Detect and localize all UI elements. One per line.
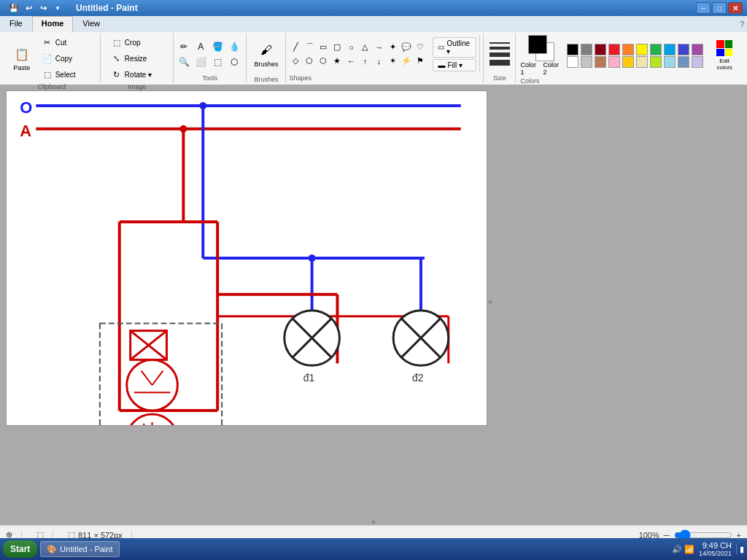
save-button[interactable]: 💾 [7, 1, 20, 15]
crop-button[interactable]: ⬚ Crop [108, 35, 166, 50]
rotate-button[interactable]: ↻ Rotate ▾ [108, 67, 166, 82]
eraser-tool[interactable]: ⬜ [193, 55, 208, 69]
color-swatch-13[interactable] [608, 56, 620, 68]
line-shape[interactable]: ╱ [289, 41, 302, 54]
size-1[interactable] [489, 42, 510, 44]
color-swatch-4[interactable] [622, 44, 634, 55]
quick-access-dropdown[interactable]: ▼ [51, 1, 64, 15]
clipboard-group: 📋 Paste ✂ Cut 📄 Copy ⬚ Select Clipboard [3, 34, 101, 83]
heart-shape[interactable]: ♡ [414, 41, 427, 54]
maximize-button[interactable]: □ [712, 2, 727, 14]
color-swatch-3[interactable] [608, 44, 620, 55]
hexagon-shape[interactable]: ⬡ [317, 55, 330, 68]
lightning-shape[interactable]: ⚡ [400, 55, 413, 68]
select-free-tool[interactable]: ⬡ [227, 55, 241, 69]
color-swatch-7[interactable] [664, 44, 676, 55]
callout-shape[interactable]: 💬 [400, 41, 413, 54]
color1-selector[interactable]: Color 1 Color 2 [520, 35, 562, 76]
color-swatch-19[interactable] [692, 56, 703, 68]
star5-shape[interactable]: ★ [330, 55, 344, 68]
fourtriangle-shape[interactable]: ✶ [386, 55, 399, 68]
color-swatch-5[interactable] [636, 44, 648, 55]
flag-shape[interactable]: ⚑ [414, 55, 427, 68]
leftarrow-shape[interactable]: ← [344, 55, 357, 68]
image-label: Image [128, 82, 146, 90]
paint-canvas[interactable]: O A [6, 90, 487, 426]
help-icon[interactable]: ? [740, 20, 744, 28]
dot-o-line [199, 102, 206, 109]
star4-shape[interactable]: ✦ [386, 41, 399, 54]
outline-button[interactable]: ▭ Outline ▾ [433, 37, 476, 58]
eyedropper-tool[interactable]: 💧 [227, 39, 241, 54]
cut-button[interactable]: ✂ Cut [39, 35, 97, 50]
diamond-shape[interactable]: ◇ [289, 55, 302, 68]
dot-a-line [179, 125, 187, 133]
uparrow-shape[interactable]: ↑ [358, 55, 371, 68]
shapes-label: Shapes [289, 73, 480, 82]
date-display: 14/05/2021 [699, 550, 732, 557]
color-swatch-8[interactable] [678, 44, 689, 55]
magnifier-tool[interactable]: 🔍 [177, 55, 191, 69]
roundrect-shape[interactable]: ▢ [330, 41, 344, 54]
color1-label[interactable]: Color 1 [520, 61, 540, 76]
redo-button[interactable]: ↪ [36, 1, 50, 15]
color-swatch-6[interactable] [650, 44, 662, 55]
paste-button[interactable]: 📋 Paste [7, 39, 37, 78]
tools-label: Tools [202, 73, 217, 82]
size-4[interactable] [489, 60, 510, 66]
paste-icon: 📋 [13, 45, 31, 63]
resize-handle-right[interactable] [487, 90, 493, 513]
fill-tool[interactable]: 🪣 [210, 39, 225, 54]
edit-colors-button[interactable]: Edit colors [709, 38, 740, 73]
pencil-tool[interactable]: ✏ [177, 39, 191, 54]
tab-view[interactable]: View [73, 16, 109, 32]
select-rect-tool[interactable]: ⬚ [210, 55, 225, 69]
color-swatch-2[interactable] [595, 44, 606, 55]
color-swatch-0[interactable] [567, 44, 578, 55]
size-2[interactable] [489, 47, 510, 50]
color-swatch-1[interactable] [581, 44, 592, 55]
color-swatch-15[interactable] [636, 56, 648, 68]
taskbar-icons: 🔊 📶 [672, 545, 694, 554]
color-swatch-16[interactable] [650, 56, 662, 68]
color-swatch-11[interactable] [581, 56, 592, 68]
minimize-button[interactable]: ─ [696, 2, 711, 14]
fill-button[interactable]: ▬ Fill ▾ [433, 59, 476, 71]
color-swatch-18[interactable] [678, 56, 689, 68]
resize-icon: ⤡ [111, 52, 123, 64]
pentagon-shape[interactable]: ⬠ [303, 55, 316, 68]
undo-button[interactable]: ↩ [22, 1, 35, 15]
resize-button[interactable]: ⤡ Resize [108, 51, 166, 66]
brushes-button[interactable]: 🖌 Brushes [251, 35, 282, 74]
taskbar-paint-app[interactable]: 🎨 Untitled - Paint [40, 541, 119, 557]
color-swatch-14[interactable] [622, 56, 634, 68]
tab-file[interactable]: File [0, 16, 32, 32]
rect-shape[interactable]: ▭ [317, 41, 330, 54]
copy-button[interactable]: 📄 Copy [39, 51, 97, 66]
tab-home[interactable]: Home [32, 16, 74, 32]
resize-handle-bottom[interactable] [0, 519, 747, 525]
rightarrow-shape[interactable]: → [372, 41, 385, 54]
ellipse-shape[interactable]: ○ [344, 41, 357, 54]
colors-group-label: Colors [520, 76, 740, 85]
close-button[interactable]: ✕ [728, 2, 743, 14]
clipboard-content: 📋 Paste ✂ Cut 📄 Copy ⬚ Select [7, 35, 97, 82]
brush-icon: 🖌 [258, 42, 275, 59]
start-button[interactable]: Start [3, 540, 37, 558]
downarrow-shape[interactable]: ↓ [372, 55, 385, 68]
curve-shape[interactable]: ⌒ [303, 41, 316, 54]
text-tool[interactable]: A [193, 39, 208, 54]
color-preview-stack [528, 35, 554, 61]
color-swatch-12[interactable] [595, 56, 606, 68]
show-desktop-button[interactable]: ▮ [736, 545, 744, 554]
triangle-shape[interactable]: △ [358, 41, 371, 54]
resize-dot [489, 300, 492, 303]
select-button[interactable]: ⬚ Select [39, 67, 97, 82]
color-swatch-10[interactable] [567, 56, 578, 68]
color2-label[interactable]: Color 2 [543, 61, 562, 76]
paint-app-label: Untitled - Paint [60, 545, 112, 553]
color-swatch-17[interactable] [664, 56, 676, 68]
copy-icon: 📄 [42, 52, 53, 64]
size-3[interactable] [489, 52, 510, 57]
color-swatch-9[interactable] [692, 44, 703, 55]
